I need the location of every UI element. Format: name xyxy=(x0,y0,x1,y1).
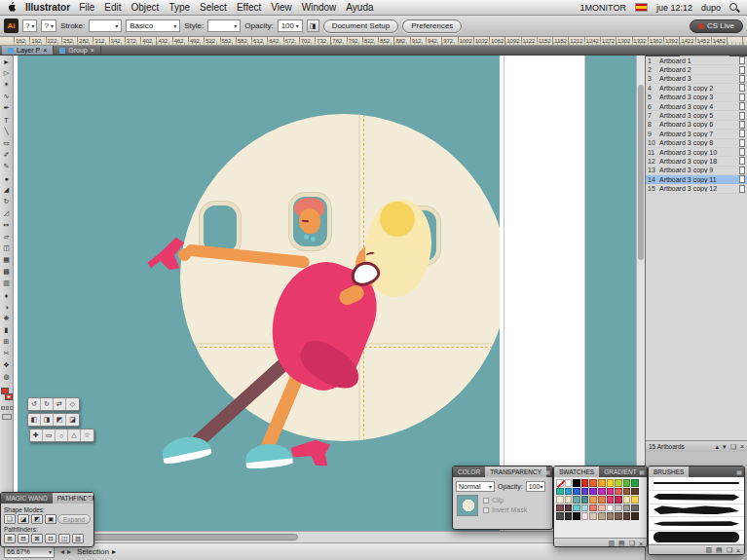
artboard-row[interactable]: 14 Artboard 3 copy 11 xyxy=(646,175,747,184)
ellipse-shape-icon[interactable]: ○ xyxy=(56,429,68,441)
tab-brushes[interactable]: BRUSHES xyxy=(649,467,689,477)
color-swatch[interactable] xyxy=(573,512,580,520)
merge-button[interactable]: ⊠ xyxy=(31,534,43,543)
menu-item[interactable]: File xyxy=(79,2,94,13)
apple-icon[interactable] xyxy=(8,1,17,14)
pencil-tool[interactable]: ✎ xyxy=(0,161,13,172)
color-swatch[interactable] xyxy=(623,488,631,496)
new-artboard-icon[interactable]: ❏ xyxy=(730,443,736,451)
new-brush-icon[interactable]: ❏ xyxy=(727,546,732,554)
artboard-row[interactable]: 9 Artboard 3 copy 7 xyxy=(646,130,747,138)
color-swatch[interactable] xyxy=(556,512,564,520)
document-tab[interactable]: Group × xyxy=(54,46,101,55)
blend-tool[interactable]: ◑ xyxy=(0,301,13,313)
menu-clock[interactable]: jue 12:12 xyxy=(656,3,692,13)
color-swatch[interactable] xyxy=(573,488,580,496)
color-swatch[interactable] xyxy=(565,479,573,487)
paintbrush-tool[interactable]: ✐ xyxy=(0,149,13,161)
color-swatch[interactable] xyxy=(607,504,615,512)
symbol-sprayer-tool[interactable]: ❋ xyxy=(0,313,13,324)
rotate-ccw-icon[interactable]: ↺ xyxy=(28,398,41,410)
exclude-button[interactable]: ▣ xyxy=(45,514,56,524)
panel-menu-icon[interactable]: ▤ xyxy=(86,493,92,504)
stroke-weight-select[interactable]: ▾ xyxy=(89,19,122,32)
menu-item[interactable]: View xyxy=(271,2,292,13)
brush-thin-line[interactable] xyxy=(649,477,744,491)
direct-selection-tool[interactable]: ▷ xyxy=(0,67,13,79)
color-swatch[interactable] xyxy=(565,496,573,504)
spotlight-icon[interactable] xyxy=(729,3,739,13)
next-artboard-icon[interactable]: ▸ xyxy=(67,547,71,556)
color-swatch[interactable] xyxy=(581,488,589,496)
prev-artboard-icon[interactable]: ◂ xyxy=(60,547,64,556)
free-transform-tool[interactable]: ▱ xyxy=(0,231,13,243)
scale-tool[interactable]: ◿ xyxy=(0,207,13,219)
color-swatch[interactable] xyxy=(631,479,639,487)
polygon-shape-icon[interactable]: △ xyxy=(68,429,81,441)
vertical-scrollbar-thumb[interactable] xyxy=(638,85,644,260)
tab-gradient[interactable]: GRADIENT xyxy=(599,467,642,477)
menu-item[interactable]: Window xyxy=(302,2,337,13)
artboard-row[interactable]: 4 Artboard 3 copy 2 xyxy=(646,84,747,93)
color-swatch[interactable] xyxy=(598,479,606,487)
crop-button[interactable]: ⊡ xyxy=(45,534,56,543)
color-swatch[interactable] xyxy=(615,479,622,487)
intersect-button[interactable]: ◩ xyxy=(31,514,43,524)
fill-color-swatch[interactable] xyxy=(1,388,9,394)
stroke-color-well[interactable]: ?▾ xyxy=(41,19,56,32)
zoom-tool[interactable]: ◍ xyxy=(0,371,13,383)
color-swatch[interactable] xyxy=(598,504,606,512)
color-swatch[interactable] xyxy=(598,496,606,504)
recolor-artwork-icon[interactable]: ◨ xyxy=(307,19,319,32)
color-swatch[interactable] xyxy=(631,488,639,496)
delete-brush-icon[interactable]: × xyxy=(736,547,740,554)
slice-tool[interactable]: ✂ xyxy=(0,348,13,359)
tab-color[interactable]: COLOR xyxy=(453,467,485,477)
outline-button[interactable]: ◫ xyxy=(58,534,70,543)
color-swatch[interactable] xyxy=(589,479,597,487)
rect-shape-icon[interactable]: ▭ xyxy=(43,429,56,441)
trim-button[interactable]: ⊟ xyxy=(18,534,29,543)
artboard-main[interactable] xyxy=(18,56,500,531)
artboard-row[interactable]: 10 Artboard 3 copy 8 xyxy=(646,139,747,148)
shear-icon[interactable]: ◇ xyxy=(66,398,79,410)
transform-icon[interactable]: ◪ xyxy=(66,414,79,426)
eyedropper-tool[interactable]: ♦ xyxy=(0,289,13,301)
minus-front-button[interactable]: ◪ xyxy=(18,514,29,524)
color-swatch[interactable] xyxy=(615,496,622,504)
blend-mode-select[interactable]: Normal▾ xyxy=(456,481,495,492)
color-mode-button[interactable] xyxy=(1,406,5,410)
panel-menu-icon[interactable]: ▤ xyxy=(639,467,645,477)
opacity-input[interactable]: 100▾ xyxy=(278,19,303,32)
artboard-row[interactable]: 12 Artboard 3 copy 18 xyxy=(646,157,747,166)
none-mode-button[interactable] xyxy=(10,406,14,410)
document-tab[interactable]: Layer P × xyxy=(2,46,54,55)
artboard-row[interactable]: 8 Artboard 3 copy 6 xyxy=(646,121,747,130)
color-swatch[interactable] xyxy=(581,479,589,487)
color-swatch[interactable] xyxy=(556,479,564,487)
brush-tapered-stroke[interactable] xyxy=(649,491,744,504)
blob-brush-tool[interactable]: ● xyxy=(0,172,13,184)
color-swatch[interactable] xyxy=(581,504,589,512)
artboard-row[interactable]: 3 Artboard 3 xyxy=(646,75,747,84)
panel-menu-icon[interactable]: ▤ xyxy=(544,467,550,477)
magic-wand-tool[interactable]: ✶ xyxy=(0,79,13,91)
align-right-icon[interactable]: ◨ xyxy=(41,414,54,426)
menu-item[interactable]: Ayuda xyxy=(346,2,373,13)
color-swatch[interactable] xyxy=(631,504,639,512)
color-swatch[interactable] xyxy=(565,488,573,496)
color-swatch[interactable] xyxy=(607,512,615,520)
color-swatch[interactable] xyxy=(556,496,564,504)
perspective-grid-tool[interactable]: ▦ xyxy=(0,254,13,266)
color-swatch[interactable] xyxy=(623,512,631,520)
screen-mode-button[interactable] xyxy=(2,414,12,420)
swatch-libraries-icon[interactable]: ▥ xyxy=(608,540,615,547)
zoom-select[interactable]: 66.67%▾ xyxy=(4,546,55,558)
preferences-button[interactable]: Preferences xyxy=(402,19,462,33)
artboard-row[interactable]: 1 Artboard 1 xyxy=(646,56,747,65)
close-tab-icon[interactable]: × xyxy=(91,47,94,54)
expand-button[interactable]: Expand xyxy=(57,514,91,524)
color-swatch[interactable] xyxy=(598,488,606,496)
distribute-icon[interactable]: ◩ xyxy=(54,414,66,426)
style-select[interactable]: ▾ xyxy=(207,19,241,32)
